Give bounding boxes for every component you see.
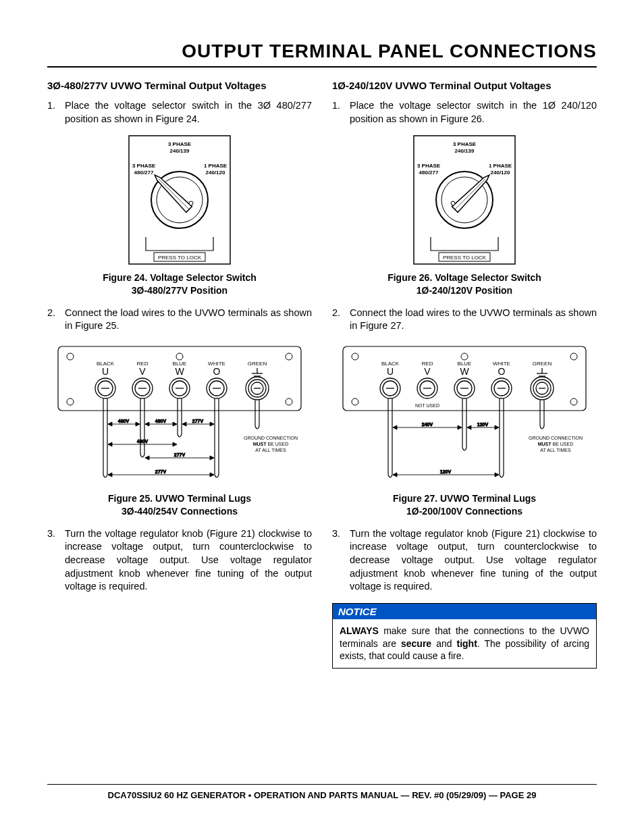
- figure-24: 3 PHASE 240/139 3 PHASE 480/277 1 PHASE …: [47, 132, 312, 297]
- svg-point-101: [352, 353, 358, 360]
- svg-text:W: W: [460, 366, 469, 377]
- uvwo-terminal-diagram-1phase: BLACK RED BLUE WHITE GREEN U V W O: [336, 340, 593, 488]
- figure-26-caption: Figure 26. Voltage Selector Switch 1Ø-24…: [387, 271, 541, 297]
- svg-point-15: [67, 353, 74, 360]
- svg-marker-154: [495, 473, 499, 477]
- svg-point-104: [352, 398, 358, 405]
- svg-text:PRESS TO LOCK: PRESS TO LOCK: [443, 255, 487, 261]
- svg-text:MUST BE USED: MUST BE USED: [538, 442, 574, 446]
- svg-point-103: [570, 353, 577, 360]
- svg-text:W: W: [175, 366, 184, 377]
- notice-body: ALWAYS make sure that the connections to…: [333, 619, 596, 669]
- svg-point-11: [189, 201, 193, 205]
- svg-point-17: [286, 353, 292, 360]
- svg-text:O: O: [498, 366, 506, 377]
- svg-text:240/120: 240/120: [491, 170, 510, 176]
- voltage-selector-switch-diagram-1phase: 3 PHASE 240/139 3 PHASE 480/277 1 PHASE …: [407, 132, 522, 267]
- svg-marker-81: [210, 473, 214, 477]
- figure-27-caption: Figure 27. UVWO Terminal Lugs 1Ø-200/100…: [393, 492, 536, 518]
- two-column-layout: 3Ø-480/277V UVWO Terminal Output Voltage…: [47, 80, 597, 669]
- svg-marker-60: [108, 422, 112, 426]
- svg-text:GROUND CONNECTION: GROUND CONNECTION: [529, 436, 583, 440]
- svg-text:277V: 277V: [174, 452, 186, 457]
- svg-marker-80: [108, 473, 112, 477]
- svg-marker-146: [458, 425, 462, 429]
- svg-text:240/120: 240/120: [206, 170, 225, 176]
- svg-marker-77: [210, 456, 214, 460]
- page-footer: DCA70SSIU2 60 HZ GENERATOR • OPERATION A…: [47, 784, 597, 800]
- svg-marker-150: [495, 425, 499, 429]
- figure-25: BLACK RED BLUE WHITE GREEN U V W O: [47, 340, 312, 518]
- svg-text:GROUND CONNECTION: GROUND CONNECTION: [244, 436, 298, 440]
- svg-text:3 PHASE: 3 PHASE: [132, 163, 156, 169]
- svg-marker-61: [136, 422, 140, 426]
- svg-text:120V: 120V: [477, 422, 489, 427]
- svg-text:O: O: [213, 366, 221, 377]
- svg-point-19: [286, 398, 292, 405]
- right-heading: 1Ø-240/120V UVWO Terminal Output Voltage…: [332, 80, 597, 91]
- notice-header: NOTICE: [333, 604, 596, 619]
- svg-marker-64: [145, 422, 149, 426]
- svg-marker-69: [210, 422, 214, 426]
- right-step-3: 3. Turn the voltage regulator knob (Figu…: [332, 527, 597, 594]
- svg-text:3 PHASE: 3 PHASE: [453, 141, 477, 147]
- voltage-selector-switch-diagram: 3 PHASE 240/139 3 PHASE 480/277 1 PHASE …: [122, 132, 237, 267]
- svg-text:277V: 277V: [155, 469, 167, 474]
- left-column: 3Ø-480/277V UVWO Terminal Output Voltage…: [47, 80, 312, 669]
- svg-point-97: [451, 201, 455, 205]
- notice-box: NOTICE ALWAYS make sure that the connect…: [332, 603, 597, 669]
- svg-text:V: V: [139, 366, 146, 377]
- svg-text:AT ALL TIMES: AT ALL TIMES: [255, 448, 286, 452]
- svg-text:V: V: [424, 366, 431, 377]
- svg-marker-65: [173, 422, 177, 426]
- svg-text:277V: 277V: [192, 419, 204, 423]
- svg-point-16: [176, 353, 183, 360]
- svg-marker-153: [393, 473, 397, 477]
- svg-text:U: U: [387, 366, 394, 377]
- svg-text:480V: 480V: [137, 439, 149, 444]
- svg-text:480V: 480V: [118, 419, 130, 423]
- svg-text:3 PHASE: 3 PHASE: [168, 141, 192, 147]
- svg-text:120V: 120V: [440, 469, 452, 474]
- svg-text:240/139: 240/139: [170, 148, 190, 154]
- page-title: OUTPUT TERMINAL PANEL CONNECTIONS: [47, 41, 597, 68]
- svg-text:240V: 240V: [422, 422, 433, 427]
- svg-text:480V: 480V: [155, 419, 167, 423]
- svg-text:GREEN: GREEN: [533, 361, 552, 367]
- left-step-1: 1. Place the voltage selector switch in …: [47, 99, 312, 126]
- svg-text:MUST BE USED: MUST BE USED: [253, 442, 289, 446]
- svg-text:NOT USED: NOT USED: [415, 403, 439, 408]
- svg-text:240/139: 240/139: [455, 148, 475, 154]
- svg-marker-149: [467, 425, 471, 429]
- svg-point-102: [461, 353, 468, 360]
- svg-text:PRESS TO LOCK: PRESS TO LOCK: [158, 255, 202, 261]
- svg-point-18: [67, 398, 74, 405]
- svg-marker-76: [145, 456, 149, 460]
- svg-text:480/277: 480/277: [419, 170, 439, 176]
- svg-text:1 PHASE: 1 PHASE: [204, 163, 227, 169]
- left-heading: 3Ø-480/277V UVWO Terminal Output Voltage…: [47, 80, 312, 91]
- svg-text:3 PHASE: 3 PHASE: [417, 163, 441, 169]
- right-step-2: 2. Connect the load wires to the UVWO te…: [332, 307, 597, 333]
- figure-25-caption: Figure 25. UVWO Terminal Lugs 3Ø-440/254…: [108, 492, 251, 518]
- svg-marker-145: [393, 425, 397, 429]
- uvwo-terminal-diagram-3phase: BLACK RED BLUE WHITE GREEN U V W O: [51, 340, 308, 488]
- svg-point-105: [570, 398, 577, 405]
- right-step-1: 1. Place the voltage selector switch in …: [332, 99, 597, 126]
- svg-marker-72: [108, 442, 112, 446]
- left-step-2: 2. Connect the load wires to the UVWO te…: [47, 307, 312, 333]
- svg-marker-68: [182, 422, 186, 426]
- figure-24-caption: Figure 24. Voltage Selector Switch 3Ø-48…: [103, 271, 257, 297]
- figure-27: BLACK RED BLUE WHITE GREEN U V W O: [332, 340, 597, 518]
- left-step-3: 3. Turn the voltage regulator knob (Figu…: [47, 527, 312, 594]
- svg-text:AT ALL TIMES: AT ALL TIMES: [540, 448, 571, 452]
- svg-text:480/277: 480/277: [134, 170, 154, 176]
- svg-marker-73: [173, 442, 177, 446]
- right-column: 1Ø-240/120V UVWO Terminal Output Voltage…: [332, 80, 597, 669]
- svg-text:1 PHASE: 1 PHASE: [489, 163, 512, 169]
- svg-text:U: U: [102, 366, 109, 377]
- figure-26: 3 PHASE 240/139 3 PHASE 480/277 1 PHASE …: [332, 132, 597, 297]
- svg-text:GREEN: GREEN: [248, 361, 267, 367]
